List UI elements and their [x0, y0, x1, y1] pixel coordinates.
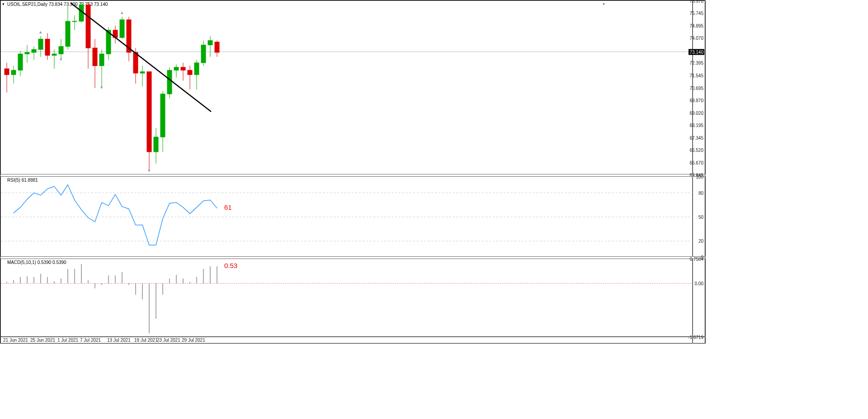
- time-tick: 29 Jul 2021: [182, 338, 205, 343]
- svg-text:▾: ▾: [60, 56, 62, 62]
- svg-rect-28: [93, 48, 97, 66]
- svg-rect-58: [194, 63, 199, 75]
- svg-rect-14: [45, 39, 50, 55]
- time-tick: 1 Jul 2021: [57, 338, 78, 343]
- time-tick: 7 Jul 2021: [80, 338, 101, 343]
- price-tick: 67.345: [689, 135, 703, 140]
- rsi-tick: 20: [698, 239, 703, 244]
- svg-line-71: [71, 3, 211, 112]
- time-tick: 19 Jul 2021: [134, 338, 158, 343]
- rsi-tick: 80: [698, 190, 703, 195]
- svg-rect-52: [174, 67, 179, 71]
- price-tick: 65.670: [689, 160, 703, 165]
- svg-text:▴: ▴: [121, 9, 123, 15]
- svg-rect-12: [38, 39, 43, 49]
- svg-rect-40: [133, 52, 138, 73]
- macd-axis: 0.75840.00-1.6719: [693, 259, 706, 337]
- price-tick: 74.895: [689, 24, 703, 28]
- svg-rect-4: [11, 70, 16, 75]
- price-axis: 76.57075.74574.89574.07073.14072.39571.5…: [693, 0, 706, 174]
- rsi-pane[interactable]: RSI(5) 61.8881 61: [0, 176, 693, 257]
- svg-rect-26: [86, 5, 90, 48]
- macd-tick: 0.7584: [689, 257, 703, 262]
- svg-rect-36: [120, 20, 124, 38]
- time-tick: 23 Jul 2021: [157, 338, 180, 343]
- svg-rect-54: [181, 67, 185, 71]
- svg-text:▾: ▾: [148, 168, 151, 173]
- price-tick: 71.545: [689, 73, 703, 78]
- rsi-canvas: [1, 177, 693, 257]
- svg-text:▴: ▴: [39, 29, 42, 34]
- rsi-tick: 50: [698, 215, 703, 220]
- macd-canvas: [1, 259, 693, 337]
- svg-rect-22: [72, 21, 77, 22]
- macd-tick: 0.00: [695, 281, 703, 286]
- svg-rect-50: [167, 70, 172, 94]
- price-canvas: ▴▾▴▾▴▾▾: [1, 1, 693, 175]
- svg-rect-46: [154, 137, 158, 152]
- price-tick: 74.070: [689, 36, 703, 41]
- price-tick: 70.695: [689, 85, 703, 90]
- svg-rect-6: [18, 54, 23, 70]
- svg-rect-56: [188, 70, 192, 75]
- svg-rect-20: [66, 21, 70, 47]
- time-tick: 25 Jun 2021: [30, 338, 55, 343]
- svg-rect-48: [160, 94, 165, 137]
- svg-rect-18: [59, 47, 63, 54]
- rsi-annotation: 61: [224, 203, 232, 211]
- svg-rect-60: [201, 45, 206, 63]
- price-tick: 72.395: [689, 61, 703, 66]
- price-tick: 69.870: [689, 98, 703, 103]
- svg-rect-62: [208, 41, 212, 45]
- chart-window: ▾ USOIL.SEP21,Daily 73.834 73.900 72.753…: [0, 0, 705, 344]
- svg-rect-10: [32, 49, 36, 52]
- time-tick: 13 Jul 2021: [107, 338, 131, 343]
- svg-text:▾: ▾: [100, 85, 103, 90]
- price-tick: 75.745: [689, 11, 703, 16]
- svg-rect-16: [52, 54, 57, 55]
- svg-rect-30: [99, 54, 104, 66]
- svg-rect-2: [5, 69, 9, 75]
- price-tick: 69.020: [689, 110, 703, 115]
- price-badge: 73.140: [689, 49, 704, 55]
- svg-rect-42: [140, 72, 145, 73]
- svg-rect-8: [25, 52, 29, 54]
- price-tick: 68.195: [689, 123, 703, 128]
- price-tick: 66.520: [689, 148, 703, 153]
- rsi-axis: 1008050200: [693, 176, 706, 257]
- macd-annotation: 0.53: [224, 262, 237, 269]
- price-pane[interactable]: ▾ USOIL.SEP21,Daily 73.834 73.900 72.753…: [0, 0, 693, 174]
- price-tick: 76.570: [689, 0, 703, 4]
- svg-text:▾: ▾: [603, 1, 605, 6]
- time-axis: 21 Jun 202125 Jun 20211 Jul 20217 Jul 20…: [0, 337, 693, 344]
- macd-pane[interactable]: MACD(5,10,1) 0.5390 0.5390 0.53: [0, 259, 693, 337]
- time-tick: 21 Jun 2021: [3, 338, 28, 343]
- svg-rect-44: [147, 72, 151, 152]
- rsi-tick: 100: [696, 174, 703, 179]
- svg-rect-64: [215, 42, 219, 52]
